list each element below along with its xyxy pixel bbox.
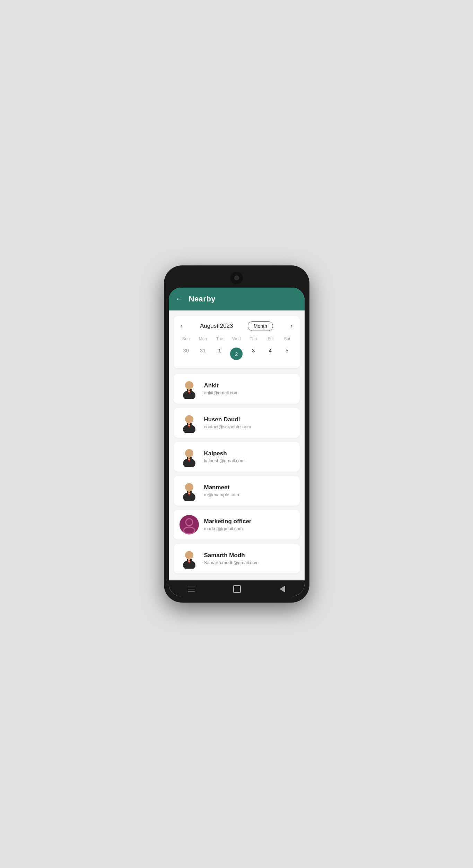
calendar: ‹ August 2023 Month › Sun Mon Tue Wed Th… bbox=[174, 316, 300, 368]
notch-inner bbox=[230, 272, 243, 284]
day-fri: Fri bbox=[262, 336, 279, 342]
contact-card-marketing[interactable]: Marketing officer market@gmail.com bbox=[174, 510, 300, 540]
prev-month-button[interactable]: ‹ bbox=[178, 321, 185, 331]
svg-rect-23 bbox=[189, 492, 190, 493]
avatar-kalpesh bbox=[179, 447, 199, 467]
day-sun: Sun bbox=[178, 336, 195, 342]
contact-name-kalpesh: Kalpesh bbox=[204, 450, 245, 457]
contact-info-samarth: Samarth Modh Samarth.modh@gmail.com bbox=[204, 552, 259, 565]
contact-name-marketing: Marketing officer bbox=[204, 518, 252, 525]
date-2[interactable]: 2 bbox=[228, 345, 245, 363]
contact-list: Ankit ankit@gmail.com bbox=[174, 374, 300, 573]
avatar-manmeet bbox=[179, 481, 199, 501]
date-3[interactable]: 3 bbox=[245, 345, 262, 363]
svg-rect-17 bbox=[189, 458, 190, 459]
contact-card-manmeet[interactable]: Manmeet m@example.com bbox=[174, 476, 300, 506]
avatar-marketing bbox=[179, 515, 199, 535]
svg-point-0 bbox=[185, 381, 193, 389]
contact-card-ankit[interactable]: Ankit ankit@gmail.com bbox=[174, 374, 300, 404]
contact-name-husen: Husen Daudi bbox=[204, 416, 251, 423]
calendar-dates: 30 31 1 2 3 4 5 bbox=[178, 345, 296, 363]
contact-info-husen: Husen Daudi contact@serpentcscom bbox=[204, 416, 251, 429]
next-month-button[interactable]: › bbox=[288, 321, 295, 331]
day-mon: Mon bbox=[194, 336, 211, 342]
svg-rect-32 bbox=[189, 560, 190, 561]
menu-icon[interactable] bbox=[188, 587, 195, 591]
day-sat: Sat bbox=[279, 336, 296, 342]
main-content: ‹ August 2023 Month › Sun Mon Tue Wed Th… bbox=[169, 310, 305, 580]
date-5[interactable]: 5 bbox=[279, 345, 296, 363]
svg-point-18 bbox=[185, 483, 193, 491]
bottom-nav bbox=[169, 580, 305, 596]
phone-screen: ← Nearby ‹ August 2023 Month › Sun Mon T… bbox=[169, 288, 305, 596]
svg-point-26 bbox=[184, 527, 195, 534]
phone-frame: ← Nearby ‹ August 2023 Month › Sun Mon T… bbox=[164, 265, 309, 603]
avatar-ankit bbox=[179, 379, 199, 399]
back-button[interactable]: ← bbox=[176, 295, 183, 304]
svg-rect-11 bbox=[189, 424, 190, 425]
contact-email-marketing: market@gmail.com bbox=[204, 526, 252, 531]
contact-info-marketing: Marketing officer market@gmail.com bbox=[204, 518, 252, 531]
contact-email-kalpesh: kalpesh@gmail.com bbox=[204, 458, 245, 463]
avatar-samarth bbox=[179, 549, 199, 569]
contact-email-ankit: ankit@gmail.com bbox=[204, 390, 239, 395]
contact-card-samarth[interactable]: Samarth Modh Samarth.modh@gmail.com bbox=[174, 544, 300, 573]
day-tue: Tue bbox=[211, 336, 228, 342]
day-wed: Wed bbox=[228, 336, 245, 342]
month-view-button[interactable]: Month bbox=[248, 321, 273, 331]
date-1[interactable]: 1 bbox=[211, 345, 228, 363]
app-header: ← Nearby bbox=[169, 288, 305, 310]
contact-name-samarth: Samarth Modh bbox=[204, 552, 259, 559]
svg-point-6 bbox=[185, 415, 193, 423]
calendar-days-header: Sun Mon Tue Wed Thu Fri Sat bbox=[178, 336, 296, 342]
phone-notch bbox=[169, 272, 305, 284]
contact-info-manmeet: Manmeet m@example.com bbox=[204, 484, 239, 497]
home-icon[interactable] bbox=[233, 585, 241, 593]
contact-email-manmeet: m@example.com bbox=[204, 492, 239, 497]
avatar-husen bbox=[179, 413, 199, 433]
calendar-nav: ‹ August 2023 Month › bbox=[178, 321, 296, 331]
camera bbox=[234, 275, 239, 280]
contact-email-samarth: Samarth.modh@gmail.com bbox=[204, 560, 259, 565]
date-31[interactable]: 31 bbox=[194, 345, 211, 363]
contact-card-husen[interactable]: Husen Daudi contact@serpentcscom bbox=[174, 408, 300, 438]
svg-rect-5 bbox=[189, 390, 190, 391]
date-2-active[interactable]: 2 bbox=[230, 348, 243, 360]
back-nav-icon[interactable] bbox=[280, 586, 285, 593]
contact-name-manmeet: Manmeet bbox=[204, 484, 239, 491]
date-4[interactable]: 4 bbox=[262, 345, 279, 363]
svg-point-27 bbox=[185, 551, 193, 559]
month-year-label: August 2023 bbox=[200, 323, 233, 330]
contact-name-ankit: Ankit bbox=[204, 382, 239, 389]
contact-info-ankit: Ankit ankit@gmail.com bbox=[204, 382, 239, 395]
day-thu: Thu bbox=[245, 336, 262, 342]
contact-info-kalpesh: Kalpesh kalpesh@gmail.com bbox=[204, 450, 245, 463]
svg-point-12 bbox=[185, 449, 193, 457]
date-30[interactable]: 30 bbox=[178, 345, 195, 363]
contact-email-husen: contact@serpentcscom bbox=[204, 424, 251, 429]
page-title: Nearby bbox=[189, 295, 216, 304]
svg-point-25 bbox=[186, 519, 193, 526]
contact-card-kalpesh[interactable]: Kalpesh kalpesh@gmail.com bbox=[174, 442, 300, 472]
